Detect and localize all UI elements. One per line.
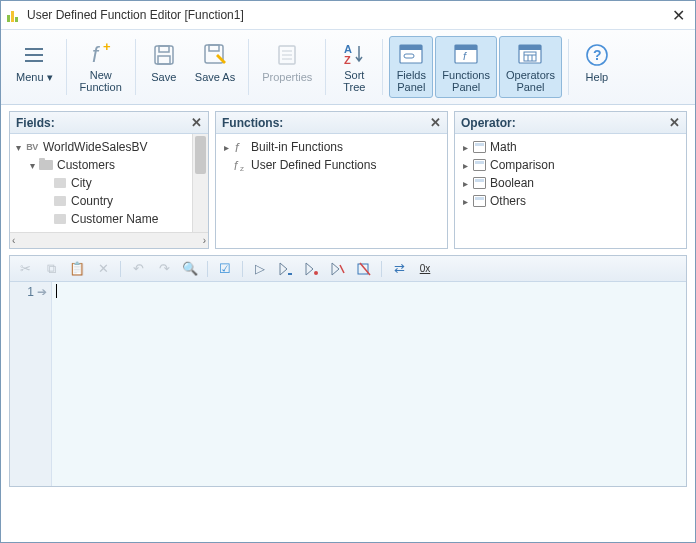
- sort-tree-label: Sort Tree: [343, 69, 365, 93]
- help-button[interactable]: ? Help: [575, 36, 619, 98]
- field-label: Customer Name: [71, 212, 158, 226]
- run-button[interactable]: ▷: [251, 260, 269, 278]
- operators-panel-close[interactable]: ✕: [669, 115, 680, 130]
- app-logo-icon: [7, 8, 21, 22]
- help-label: Help: [586, 71, 609, 83]
- new-function-button[interactable]: f+ New Function: [73, 36, 129, 98]
- tree-row-operator-group[interactable]: ▸ Others: [457, 192, 684, 210]
- operator-group-label: Math: [490, 140, 517, 154]
- fields-panel-button[interactable]: Fields Panel: [389, 36, 433, 98]
- toggle-breakpoint-button[interactable]: ⇄: [390, 260, 408, 278]
- functions-panel-close[interactable]: ✕: [430, 115, 441, 130]
- delete-button: ✕: [94, 260, 112, 278]
- calculator-icon: [473, 159, 486, 171]
- tree-row-operator-group[interactable]: ▸ Comparison: [457, 156, 684, 174]
- functions-panel-label: Functions Panel: [442, 69, 490, 93]
- current-line-arrow-icon: ➔: [37, 285, 47, 299]
- paste-button[interactable]: 📋: [68, 260, 86, 278]
- svg-rect-9: [209, 45, 219, 51]
- svg-text:f: f: [235, 140, 240, 154]
- step-over-button[interactable]: [277, 260, 295, 278]
- svg-text:z: z: [240, 164, 244, 172]
- fields-panel: Fields: ✕ ▾ BV WorldWideSalesBV ▾ Custom…: [9, 111, 209, 249]
- operators-panel: Operator: ✕ ▸ Math ▸ Comparison ▸: [454, 111, 687, 249]
- new-function-icon: f+: [87, 41, 115, 67]
- calculator-icon: [473, 177, 486, 189]
- step-into-button[interactable]: [303, 260, 321, 278]
- function-icon: f: [232, 140, 248, 154]
- tree-row-field[interactable]: Country: [12, 192, 190, 210]
- ribbon-toolbar: Menu ▾ f+ New Function Save Save As Prop…: [1, 29, 695, 105]
- menu-button[interactable]: Menu ▾: [9, 36, 60, 98]
- functions-panel-icon: f: [452, 41, 480, 67]
- fields-panel-close[interactable]: ✕: [191, 115, 202, 130]
- clear-breakpoints-button[interactable]: [355, 260, 373, 278]
- close-button[interactable]: ✕: [668, 6, 689, 25]
- functions-panel-button[interactable]: f Functions Panel: [435, 36, 497, 98]
- tree-row-function-group[interactable]: ▸ f Built-in Functions: [218, 138, 445, 156]
- svg-rect-6: [159, 46, 169, 52]
- svg-text:?: ?: [593, 47, 602, 63]
- svg-point-34: [314, 271, 318, 275]
- operators-panel-label: Operators Panel: [506, 69, 555, 93]
- menu-label: Menu: [16, 71, 44, 83]
- fields-tree[interactable]: ▾ BV WorldWideSalesBV ▾ Customers City: [10, 134, 192, 232]
- fields-horizontal-scrollbar[interactable]: ‹›: [10, 232, 208, 248]
- svg-text:Z: Z: [344, 54, 351, 66]
- calculator-icon: [473, 141, 486, 153]
- operators-panel-header: Operator: ✕: [455, 112, 686, 134]
- properties-label: Properties: [262, 71, 312, 83]
- sort-tree-button[interactable]: AZ Sort Tree: [332, 36, 376, 98]
- function-group-label: Built-in Functions: [251, 140, 343, 154]
- user-function-icon: fz: [232, 158, 248, 172]
- tree-row-function-group[interactable]: fz User Defined Functions: [218, 156, 445, 174]
- new-function-label: New Function: [80, 69, 122, 93]
- code-area[interactable]: 1➔: [10, 282, 686, 486]
- line-gutter: 1➔: [10, 282, 52, 486]
- functions-panel-title: Functions:: [222, 116, 283, 130]
- operators-panel-button[interactable]: Operators Panel: [499, 36, 562, 98]
- sort-icon: AZ: [340, 41, 368, 67]
- find-button[interactable]: 🔍: [181, 260, 199, 278]
- svg-line-35: [340, 265, 344, 273]
- hex-toggle-button[interactable]: 0x: [416, 260, 434, 278]
- title-bar: User Defined Function Editor [Function1]…: [1, 1, 695, 29]
- save-as-label: Save As: [195, 71, 235, 83]
- validate-button[interactable]: ☑: [216, 260, 234, 278]
- save-as-icon: [201, 41, 229, 69]
- svg-rect-23: [519, 45, 541, 50]
- code-text-area[interactable]: [52, 282, 686, 486]
- panels-row: Fields: ✕ ▾ BV WorldWideSalesBV ▾ Custom…: [1, 105, 695, 255]
- step-out-button[interactable]: [329, 260, 347, 278]
- editor-toolbar: ✂ ⧉ 📋 ✕ ↶ ↷ 🔍 ☑ ▷ ⇄ 0x: [10, 256, 686, 282]
- fields-vertical-scrollbar[interactable]: [192, 134, 208, 232]
- tree-row-operator-group[interactable]: ▸ Boolean: [457, 174, 684, 192]
- fields-panel-header: Fields: ✕: [10, 112, 208, 134]
- tree-row-field[interactable]: City: [12, 174, 190, 192]
- save-as-button[interactable]: Save As: [188, 36, 242, 98]
- save-button[interactable]: Save: [142, 36, 186, 98]
- field-icon: [54, 178, 66, 188]
- tree-row-operator-group[interactable]: ▸ Math: [457, 138, 684, 156]
- tree-row-root[interactable]: ▾ BV WorldWideSalesBV: [12, 138, 190, 156]
- redo-button: ↷: [155, 260, 173, 278]
- folder-icon: [39, 160, 53, 170]
- save-label: Save: [151, 71, 176, 83]
- cut-button: ✂: [16, 260, 34, 278]
- operators-tree[interactable]: ▸ Math ▸ Comparison ▸ Boolean ▸: [455, 134, 686, 214]
- tree-row-field[interactable]: Customer Name: [12, 210, 190, 228]
- properties-icon: [273, 41, 301, 69]
- code-editor: ✂ ⧉ 📋 ✕ ↶ ↷ 🔍 ☑ ▷ ⇄ 0x 1➔: [9, 255, 687, 487]
- fields-panel-label: Fields Panel: [397, 69, 426, 93]
- help-icon: ?: [583, 41, 611, 69]
- svg-rect-7: [158, 56, 170, 64]
- functions-tree[interactable]: ▸ f Built-in Functions fz User Defined F…: [216, 134, 447, 178]
- text-cursor: [56, 284, 57, 298]
- tree-row-group[interactable]: ▾ Customers: [12, 156, 190, 174]
- hamburger-icon: [20, 41, 48, 69]
- properties-button: Properties: [255, 36, 319, 98]
- line-number: 1: [27, 285, 34, 299]
- field-label: City: [71, 176, 92, 190]
- function-group-label: User Defined Functions: [251, 158, 376, 172]
- svg-text:f: f: [234, 159, 239, 172]
